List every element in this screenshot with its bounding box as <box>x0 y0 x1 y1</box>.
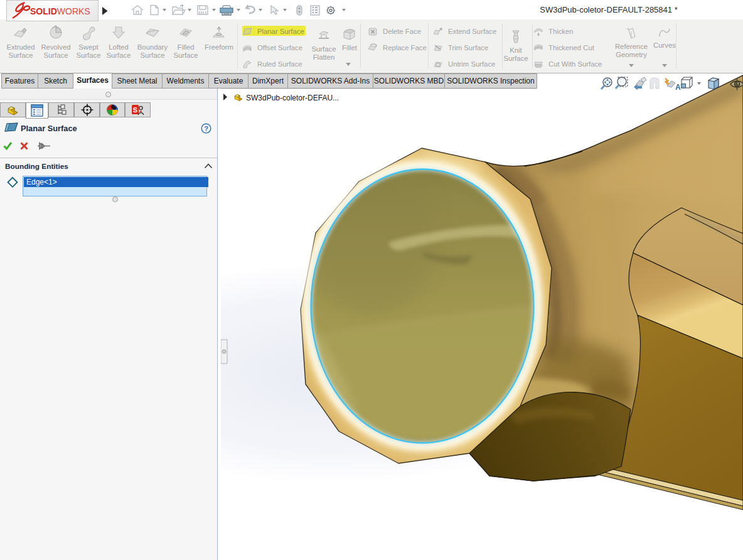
svg-text:S: S <box>132 106 137 114</box>
svg-text:?: ? <box>204 125 208 132</box>
svg-text:SOLIDWORKS: SOLIDWORKS <box>30 6 90 16</box>
svg-text:SW3dPub-coletor-DEFAU...: SW3dPub-coletor-DEFAU... <box>246 94 339 102</box>
